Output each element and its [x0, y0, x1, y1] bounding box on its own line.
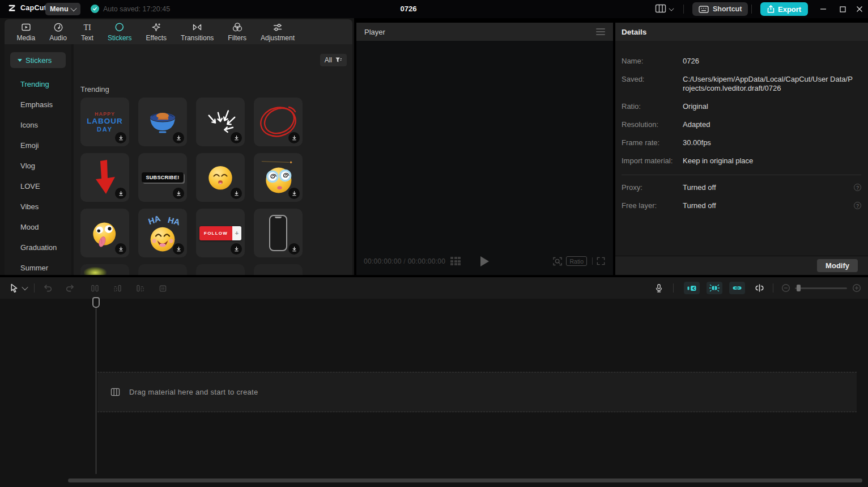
- sticker-subscribe[interactable]: SUBSCRIBE!: [138, 153, 187, 202]
- timeline-zoom-in-button[interactable]: [852, 283, 861, 293]
- timeline-horizontal-scrollbar[interactable]: [68, 478, 862, 482]
- download-icon[interactable]: [288, 243, 300, 255]
- download-icon[interactable]: [115, 132, 126, 143]
- sticker-partial-1[interactable]: [80, 264, 129, 275]
- help-icon[interactable]: [854, 202, 861, 209]
- sidebar-item-emphasis[interactable]: Emphasis: [5, 94, 71, 115]
- download-icon[interactable]: [231, 188, 242, 199]
- filter-label: All: [325, 56, 332, 64]
- sidebar-item-vibes[interactable]: Vibes: [5, 196, 71, 217]
- sticker-red-down-arrow[interactable]: [80, 153, 129, 202]
- layout-panels-button[interactable]: [655, 4, 674, 13]
- sidebar-item-trending[interactable]: Trending: [5, 74, 71, 94]
- split-icon: [90, 283, 100, 293]
- auto-snap-toggle[interactable]: [707, 282, 722, 294]
- link-icon: [732, 284, 742, 292]
- download-icon[interactable]: [173, 188, 184, 199]
- preview-axis-button[interactable]: [754, 283, 765, 293]
- timeline-zoom-out-button[interactable]: [781, 283, 790, 293]
- download-icon[interactable]: [231, 243, 242, 255]
- sticker-haha-emoji[interactable]: HA HA: [138, 209, 187, 257]
- sticker-partial-3[interactable]: [196, 264, 245, 275]
- sticker-partial-2[interactable]: [138, 264, 187, 275]
- detail-row-framerate: Frame rate: 30.00fps: [622, 138, 861, 147]
- timeline-dropzone[interactable]: Drag material here and start to create: [97, 372, 857, 412]
- download-icon[interactable]: [231, 132, 242, 143]
- record-voiceover-button[interactable]: [654, 283, 664, 294]
- sidebar-item-icons[interactable]: Icons: [5, 115, 71, 135]
- sticker-bowl[interactable]: [138, 98, 187, 146]
- download-icon[interactable]: [115, 188, 126, 199]
- tab-label: Adjustment: [261, 34, 295, 42]
- main-track-magnet-toggle[interactable]: [684, 282, 700, 294]
- download-icon[interactable]: [115, 243, 126, 255]
- redo-button[interactable]: [65, 283, 75, 293]
- cursor-tool-button[interactable]: [9, 283, 19, 293]
- download-icon[interactable]: [173, 243, 184, 255]
- sticker-converging-arrows[interactable]: [196, 98, 245, 146]
- mosaic-grid-icon[interactable]: [450, 257, 461, 265]
- sidebar-group-stickers[interactable]: Stickers: [10, 52, 66, 68]
- timeline: Drag material here and start to create: [0, 277, 868, 487]
- sidebar-item-mood[interactable]: Mood: [5, 217, 71, 237]
- fullscreen-icon[interactable]: [596, 256, 606, 266]
- detail-row-resolution: Resolution: Adapted: [622, 120, 861, 129]
- shortcut-button[interactable]: Shortcut: [692, 2, 748, 16]
- frame-fit-icon[interactable]: [552, 256, 563, 266]
- download-icon[interactable]: [288, 188, 300, 199]
- delete-button[interactable]: [158, 283, 168, 293]
- minimize-button[interactable]: [815, 0, 832, 18]
- playhead-line[interactable]: [96, 308, 96, 474]
- download-icon[interactable]: [173, 132, 184, 143]
- tab-stickers[interactable]: Stickers: [100, 22, 139, 42]
- sticker-partial-4[interactable]: [254, 264, 303, 275]
- zoom-out-icon: [781, 283, 790, 293]
- tab-transitions[interactable]: Transitions: [174, 22, 221, 42]
- download-icon[interactable]: [288, 132, 300, 143]
- filter-all-button[interactable]: All: [320, 54, 347, 66]
- undo-button[interactable]: [42, 283, 53, 293]
- tab-filters[interactable]: Filters: [221, 22, 254, 42]
- player-menu-icon[interactable]: [596, 27, 605, 36]
- maximize-button[interactable]: [834, 0, 851, 18]
- sidebar-item-emoji[interactable]: Emoji: [5, 135, 71, 155]
- tab-effects[interactable]: Effects: [139, 22, 173, 42]
- split-button[interactable]: [90, 283, 100, 293]
- link-toggle[interactable]: [729, 282, 745, 294]
- play-button[interactable]: [480, 256, 489, 266]
- modify-button[interactable]: Modify: [817, 259, 858, 272]
- sidebar-item-love[interactable]: LOVE: [5, 176, 71, 196]
- maximize-icon: [840, 6, 846, 12]
- details-footer: Modify: [615, 256, 868, 275]
- tab-audio[interactable]: Audio: [42, 22, 74, 42]
- delete-left-button[interactable]: [113, 283, 122, 293]
- delete-left-icon: [113, 283, 122, 293]
- sticker-red-circle-scribble[interactable]: [254, 98, 303, 146]
- close-button[interactable]: [851, 0, 868, 18]
- sticker-follow-button[interactable]: FOLLOW +: [196, 209, 245, 257]
- haha-right-text: HA: [167, 215, 181, 227]
- tab-text[interactable]: TI Text: [74, 22, 100, 42]
- ratio-button[interactable]: Ratio: [566, 256, 587, 266]
- sticker-happy-emoji[interactable]: [196, 153, 245, 202]
- timeline-zoom-slider[interactable]: [795, 285, 847, 291]
- sticker-phone-outline[interactable]: [254, 209, 303, 257]
- bowl-graphic: [145, 108, 180, 136]
- export-button[interactable]: Export: [760, 2, 808, 16]
- zoom-slider-track[interactable]: [795, 287, 847, 289]
- tab-media[interactable]: Media: [10, 22, 42, 42]
- menu-button[interactable]: Menu: [45, 3, 80, 15]
- zoom-slider-handle[interactable]: [797, 285, 801, 291]
- sticker-happy-labour-day[interactable]: HAPPY LABOUR DAY: [80, 98, 129, 146]
- sticker-silly-emoji[interactable]: [80, 209, 129, 257]
- tab-adjustment[interactable]: Adjustment: [253, 22, 301, 42]
- help-icon[interactable]: [854, 184, 861, 191]
- cursor-tool-dropdown[interactable]: [23, 286, 27, 290]
- playhead-handle[interactable]: [92, 297, 100, 308]
- delete-right-button[interactable]: [135, 283, 145, 293]
- detail-label: Saved:: [622, 75, 683, 93]
- sidebar-item-summer[interactable]: Summer: [5, 257, 71, 278]
- sticker-dizzy-emoji[interactable]: [254, 153, 303, 202]
- sidebar-item-graduation[interactable]: Graduation: [5, 237, 71, 257]
- sidebar-item-vlog[interactable]: Vlog: [5, 155, 71, 176]
